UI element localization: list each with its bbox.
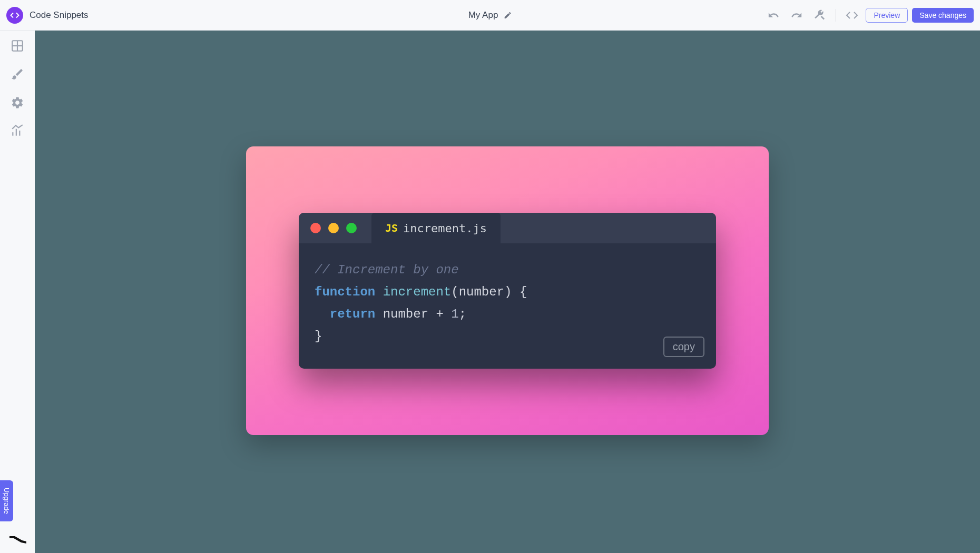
close-dot-icon xyxy=(310,223,321,233)
window-header: JS increment.js xyxy=(299,213,716,243)
upgrade-button[interactable]: Upgrade xyxy=(0,480,13,521)
code-icon[interactable] xyxy=(842,6,861,25)
copy-button[interactable]: copy xyxy=(663,337,704,357)
code-window: JS increment.js // Increment by one func… xyxy=(299,213,716,369)
hammer-icon[interactable] xyxy=(810,6,829,25)
maximize-dot-icon xyxy=(346,223,357,233)
header-divider xyxy=(836,9,836,22)
header-center: My App xyxy=(468,10,512,21)
app-name: My App xyxy=(468,10,498,21)
code-line-4: } xyxy=(315,325,700,348)
code-line-2: function increment(number) { xyxy=(315,281,700,303)
snippet-card[interactable]: JS increment.js // Increment by one func… xyxy=(246,146,769,435)
save-button[interactable]: Save changes xyxy=(912,8,974,23)
gear-icon[interactable] xyxy=(11,96,24,110)
brush-icon[interactable] xyxy=(11,67,24,81)
grid-icon[interactable] xyxy=(11,39,24,53)
redo-icon[interactable] xyxy=(787,6,806,25)
body: Upgrade JS increment.js xyxy=(0,31,980,553)
edit-icon[interactable] xyxy=(503,11,512,19)
minimize-dot-icon xyxy=(328,223,339,233)
undo-icon[interactable] xyxy=(764,6,783,25)
header-title: Code Snippets xyxy=(30,10,89,21)
app-logo-icon[interactable] xyxy=(6,7,23,24)
file-tab[interactable]: JS increment.js xyxy=(371,213,501,243)
js-icon: JS xyxy=(385,222,398,234)
palette-icon[interactable] xyxy=(6,534,27,547)
code-line-1: // Increment by one xyxy=(315,259,700,281)
header-right: Preview Save changes xyxy=(764,6,974,25)
traffic-lights xyxy=(310,223,357,233)
sidebar: Upgrade xyxy=(0,31,35,553)
chart-icon[interactable] xyxy=(11,124,24,138)
canvas[interactable]: JS increment.js // Increment by one func… xyxy=(35,31,980,553)
file-name: increment.js xyxy=(403,222,487,235)
code-line-3: return number + 1; xyxy=(315,303,700,325)
app-header: Code Snippets My App xyxy=(0,0,980,31)
preview-button[interactable]: Preview xyxy=(866,8,908,23)
code-comment: // Increment by one xyxy=(315,263,459,277)
code-body[interactable]: // Increment by one function increment(n… xyxy=(299,243,716,369)
header-left: Code Snippets xyxy=(6,7,89,24)
